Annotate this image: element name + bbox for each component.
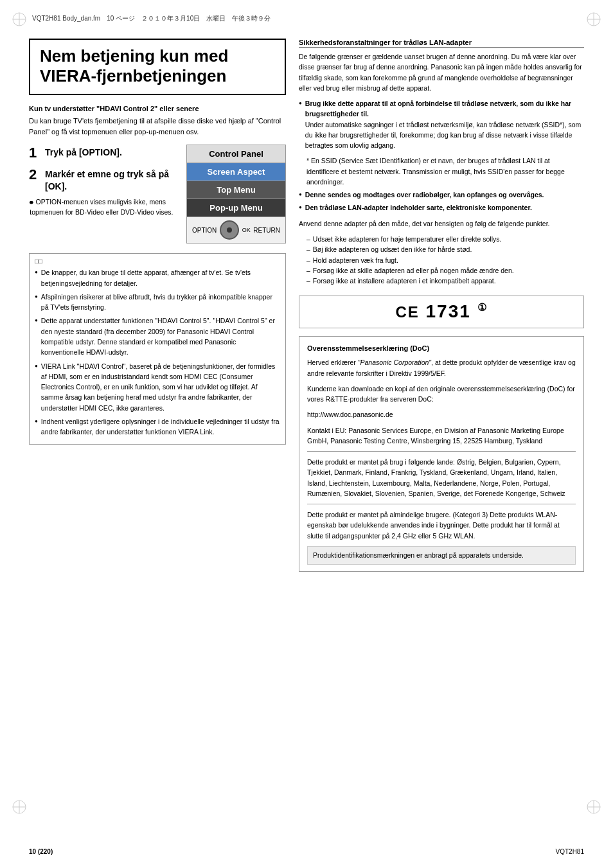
cp-button-screen-aspect: Screen Aspect <box>187 163 285 181</box>
dash-list: Udsæt ikke adapteren for høje temperatur… <box>306 234 584 286</box>
page-title: Nem betjening kun med VIERA-fjernbetjeni… <box>40 46 275 86</box>
ssid-note: * En SSID (Service Sæt IDentifikation) e… <box>306 155 584 187</box>
bullet-list-left: De knapper, du kan bruge til dette appar… <box>35 267 280 437</box>
footer-page-num: 10 <box>29 848 36 855</box>
ce-mark-box: CE 1731 ① <box>299 296 584 328</box>
doc-text-3: Kontakt i EU: Panasonic Services Europe,… <box>307 425 576 447</box>
option-note: ● ● OPTION-menuen vises muligvis ikke, m… <box>29 197 179 218</box>
cp-button-popup-menu: Pop-up Menu <box>187 199 285 217</box>
cp-ok-label: OK <box>242 227 251 233</box>
steps-text: 1 Tryk på [OPTION]. 2 Markér et emne og … <box>29 145 179 244</box>
right-column: Sikkerhedsforanstaltninger for trådløs L… <box>299 39 584 810</box>
list-item: De knapper, du kan bruge til dette appar… <box>35 267 280 288</box>
cp-return-label: RETURN <box>253 227 280 234</box>
cp-button-top-menu: Top Menu <box>187 181 285 199</box>
dash-item: Forsøg ikke at installere adapteren i et… <box>306 276 584 286</box>
footer-page-sub: (220) <box>38 848 53 855</box>
adapter-note: Anvend denne adapter på den måde, det va… <box>299 218 584 229</box>
list-item: VIERA Link "HDAVI Control", baseret på d… <box>35 361 280 413</box>
list-item: Afspilningen risikerer at blive afbrudt,… <box>35 292 280 313</box>
cp-dial <box>220 220 239 240</box>
main-content: Nem betjening kun med VIERA-fjernbetjeni… <box>29 39 584 810</box>
footer: 10 (220) VQT2H81 <box>29 848 584 855</box>
section-subtitle: Kun tv understøtter "HDAVI Control 2" el… <box>29 105 286 112</box>
footer-model: VQT2H81 <box>556 848 584 855</box>
doc-section: Overensstemmelseserklæring (DoC) Herved … <box>299 336 584 572</box>
separator <box>307 504 576 504</box>
step-2-label: Markér et emne og tryk så på [OK]. <box>45 166 179 191</box>
control-panel-ui: Control Panel Screen Aspect Top Menu Pop… <box>186 145 286 244</box>
note-box: □□ De knapper, du kan bruge til dette ap… <box>29 253 286 445</box>
left-column: Nem betjening kun med VIERA-fjernbetjeni… <box>29 39 286 810</box>
footer-page: 10 (220) <box>29 848 53 855</box>
doc-text-1: Herved erklærer "Panasonic Corporation",… <box>307 357 576 378</box>
subtitle-text: Du kan bruge TV'ets fjernbetjening til a… <box>29 116 286 137</box>
list-item: Den trådløse LAN-adapter indeholder sart… <box>299 202 584 213</box>
corner-mark-br <box>584 797 603 817</box>
right-intro-text: De følgende grænser er gældende uanset b… <box>299 51 584 93</box>
header-text: VQT2H81 Body_dan.fm 10 ページ ２０１０年３月10日 水曜… <box>32 14 271 23</box>
product-id-box: Produktidentifikationsmærkningen er anbr… <box>307 546 576 565</box>
step-2-number: 2 <box>29 166 42 191</box>
title-box: Nem betjening kun med VIERA-fjernbetjeni… <box>29 39 286 95</box>
doc-url-link[interactable]: http://www.doc.panasonic.de <box>307 411 393 418</box>
list-item: Denne sendes og modtages over radiobølge… <box>299 190 584 200</box>
list-item: Brug ikke dette apparat til at opnå forb… <box>299 98 584 150</box>
corner-mark-tl <box>10 10 29 29</box>
list-item: Indhent venligst yderligere oplysninger … <box>35 416 280 438</box>
step-1-label: Tryk på [OPTION]. <box>45 145 122 161</box>
separator <box>307 451 576 452</box>
step-1: 1 Tryk på [OPTION]. <box>29 145 179 161</box>
note-icon: □□ <box>35 258 280 265</box>
dash-item: Udsæt ikke adapteren for høje temperatur… <box>306 234 584 244</box>
step-1-number: 1 <box>29 145 42 161</box>
doc-url: http://www.doc.panasonic.de <box>307 409 576 420</box>
doc-text-2: Kunderne kan downloade en kopi af den or… <box>307 384 576 405</box>
step-2: 2 Markér et emne og tryk så på [OK]. <box>29 166 179 191</box>
corner-mark-bl <box>10 797 29 817</box>
corner-mark-tr <box>584 10 603 29</box>
cp-option-label: OPTION <box>192 227 217 234</box>
doc-text-5: Dette produkt er møntet på almindelige b… <box>307 509 576 541</box>
cp-button-control-panel: Control Panel <box>187 145 285 163</box>
cp-bottom-bar: OPTION OK RETURN <box>187 217 285 243</box>
right-bullet-list-2: Denne sendes og modtages over radiobølge… <box>299 190 584 213</box>
header-strip: VQT2H81 Body_dan.fm 10 ページ ２０１０年３月10日 水曜… <box>32 14 581 23</box>
dash-item: Forsøg ikke at skille adapteren ad eller… <box>306 265 584 276</box>
steps-panel: 1 Tryk på [OPTION]. 2 Markér et emne og … <box>29 145 286 244</box>
right-section-title: Sikkerhedsforanstaltninger for trådløs L… <box>299 39 584 48</box>
right-bullet-list-1: Brug ikke dette apparat til at opnå forb… <box>299 98 584 150</box>
ce-mark: CE 1731 ① <box>307 301 576 322</box>
doc-text-4: Dette produkt er møntet på brug i følgen… <box>307 457 576 499</box>
dash-item: Hold adapteren væk fra fugt. <box>306 255 584 265</box>
doc-title: Overensstemmelseserklæring (DoC) <box>307 343 576 355</box>
dash-item: Bøj ikke adapteren og udsæt den ikke for… <box>306 244 584 254</box>
page: VQT2H81 Body_dan.fm 10 ページ ２０１０年３月10日 水曜… <box>0 0 613 868</box>
list-item: Dette apparat understøtter funktionen "H… <box>35 315 280 357</box>
